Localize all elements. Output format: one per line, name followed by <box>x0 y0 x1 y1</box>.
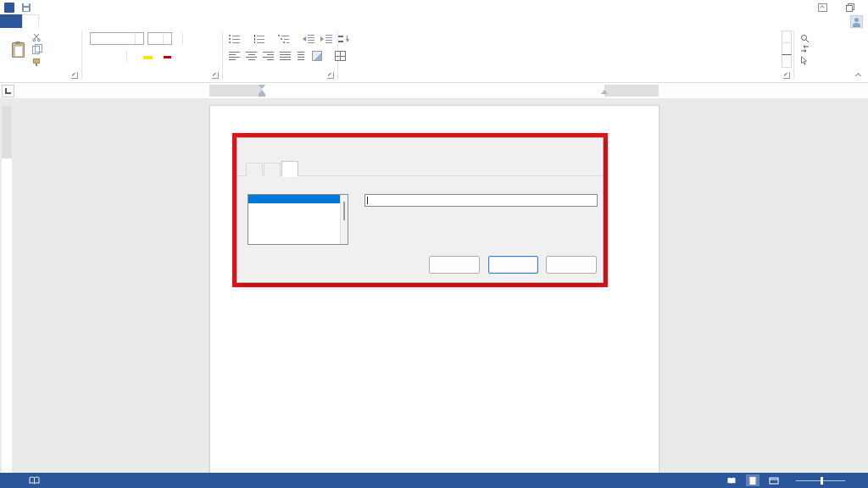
first-line-indent-marker[interactable] <box>259 85 265 89</box>
paragraph-dialog-launcher[interactable] <box>327 72 334 79</box>
page-number-input[interactable] <box>364 194 598 207</box>
avatar-icon <box>850 15 863 28</box>
vertical-ruler <box>2 106 12 473</box>
list-item-line[interactable] <box>248 211 348 219</box>
highlight-button[interactable] <box>143 55 153 59</box>
read-mode-button[interactable] <box>725 474 738 486</box>
tab-selector-button[interactable] <box>2 85 14 97</box>
align-center-icon[interactable] <box>246 52 257 60</box>
scrollbar-thumb[interactable] <box>343 202 345 220</box>
ribbon-tab-row <box>0 14 868 29</box>
tab-file[interactable] <box>0 14 22 28</box>
sign-in[interactable] <box>846 14 868 28</box>
web-layout-icon <box>769 477 779 485</box>
word-logo-icon[interactable] <box>4 3 14 13</box>
listbox-scrollbar[interactable] <box>340 195 348 244</box>
read-mode-icon <box>726 477 737 485</box>
style-card-heading-2[interactable] <box>461 31 498 68</box>
font-dialog-launcher[interactable] <box>212 72 219 79</box>
numbering-icon[interactable] <box>253 35 265 43</box>
list-item-section[interactable] <box>248 203 348 212</box>
increase-indent-icon[interactable] <box>320 35 332 43</box>
group-separator <box>81 30 82 79</box>
chevron-down-icon[interactable] <box>135 33 143 44</box>
list-item-page[interactable] <box>248 195 348 203</box>
styles-dialog-launcher[interactable] <box>783 72 790 79</box>
font-name-select[interactable] <box>90 32 144 45</box>
tab-insert[interactable] <box>39 14 54 28</box>
style-card-title[interactable] <box>501 31 538 68</box>
dialog-tab-replace[interactable] <box>264 163 281 176</box>
font-row-1 <box>90 32 191 45</box>
zoom-slider-thumb[interactable] <box>821 477 823 485</box>
bullets-icon[interactable] <box>229 35 241 43</box>
styles-gallery-more-button[interactable] <box>782 54 792 68</box>
align-right-icon[interactable] <box>263 52 274 60</box>
styles-scroll-up-button[interactable] <box>782 30 792 43</box>
dialog-tab-find[interactable] <box>246 163 263 176</box>
clipboard-dialog-launcher[interactable] <box>71 72 78 79</box>
status-left <box>0 476 51 485</box>
align-left-icon[interactable] <box>229 52 240 60</box>
status-right <box>725 474 868 486</box>
paste-button[interactable] <box>4 30 31 73</box>
tab-references[interactable] <box>85 14 100 28</box>
restore-icon[interactable] <box>846 5 853 12</box>
shading-icon[interactable] <box>312 51 322 61</box>
font-color-button[interactable] <box>164 55 171 58</box>
decrease-indent-icon[interactable] <box>303 35 314 43</box>
save-icon[interactable] <box>22 3 31 12</box>
replace-button[interactable] <box>800 45 813 53</box>
web-layout-button[interactable] <box>767 474 781 486</box>
style-card-subtitle[interactable] <box>541 31 578 68</box>
find-button[interactable] <box>800 34 817 43</box>
ribbon-display-options-icon[interactable] <box>818 3 827 12</box>
quick-access-toolbar <box>0 3 53 13</box>
collapse-ribbon-button[interactable] <box>854 71 863 78</box>
style-card-no-spacing[interactable] <box>381 31 419 68</box>
list-item-footnote[interactable] <box>248 236 348 244</box>
style-card-intense-emphasis[interactable] <box>660 31 698 68</box>
proofing-book-icon[interactable] <box>29 476 40 485</box>
multilevel-list-icon[interactable] <box>278 35 290 43</box>
vertical-ruler-numbers-top <box>2 106 12 127</box>
next-button[interactable] <box>488 256 538 274</box>
tab-page-layout[interactable] <box>70 14 85 28</box>
close-dialog-button[interactable] <box>546 256 597 274</box>
format-painter-button[interactable] <box>32 58 42 66</box>
find-and-replace-dialog <box>236 137 604 283</box>
tab-view[interactable] <box>131 14 146 28</box>
ruler-number <box>2 112 12 122</box>
style-card-strong[interactable] <box>700 31 737 68</box>
zoom-slider[interactable] <box>796 480 845 481</box>
tab-design[interactable] <box>54 14 70 28</box>
justify-icon[interactable] <box>280 52 291 60</box>
font-size-select[interactable] <box>147 32 172 45</box>
go-to-what-listbox[interactable] <box>248 194 348 245</box>
style-card-normal[interactable] <box>342 31 379 68</box>
tab-home[interactable] <box>22 14 39 29</box>
cut-button[interactable] <box>32 33 43 42</box>
left-indent-marker[interactable] <box>259 94 265 97</box>
line-spacing-button[interactable] <box>297 52 306 60</box>
chevron-down-icon[interactable] <box>163 33 171 44</box>
copy-button[interactable] <box>32 46 42 54</box>
list-item-bookmark[interactable] <box>248 219 348 228</box>
styles-scroll-down-button[interactable] <box>782 42 792 55</box>
tab-mailings[interactable] <box>100 14 115 28</box>
print-layout-button[interactable] <box>746 474 760 486</box>
style-card-subtle-emphasis[interactable] <box>581 31 618 68</box>
style-card-emphasis[interactable] <box>620 31 658 68</box>
right-indent-marker[interactable] <box>601 90 608 94</box>
format-painter-icon <box>32 58 40 66</box>
list-item-comment[interactable] <box>248 227 348 236</box>
dialog-tab-go-to[interactable] <box>281 161 298 177</box>
previous-button[interactable] <box>429 256 480 274</box>
style-card-heading-1[interactable] <box>421 31 459 68</box>
ruler-row <box>0 83 868 98</box>
style-card-quote[interactable] <box>740 31 777 68</box>
select-button[interactable] <box>800 56 815 65</box>
print-layout-icon <box>748 476 757 485</box>
tab-review[interactable] <box>115 14 131 28</box>
group-separator <box>793 30 794 79</box>
